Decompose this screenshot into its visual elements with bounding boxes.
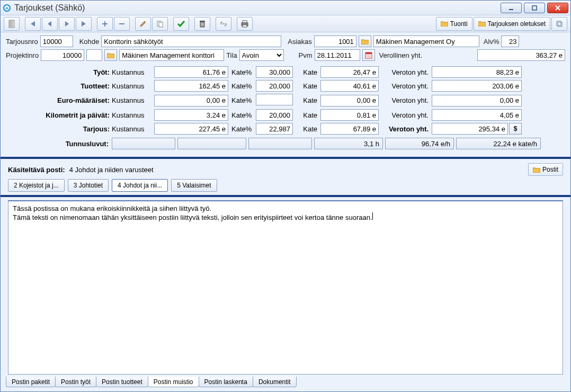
ok-button[interactable] <box>173 17 189 31</box>
last-record-button[interactable] <box>76 17 92 31</box>
delete-icon[interactable] <box>194 17 210 31</box>
tab-valaisimet[interactable]: 5 Valaisimet <box>171 179 217 192</box>
door-icon[interactable] <box>4 17 20 31</box>
tarjous-kust: 227,45 e <box>154 123 228 135</box>
katep-label: Kate% <box>228 68 256 76</box>
projektinro-label: Projektinro <box>6 51 39 59</box>
svg-rect-6 <box>159 22 163 27</box>
btab-dokumentit[interactable]: Dokumentit <box>253 377 297 387</box>
tyot-kust: 61,76 e <box>154 66 228 78</box>
row-euro-label: Euro-määräiset: <box>57 96 110 104</box>
asiakas-lookup-button[interactable] <box>359 35 371 47</box>
svg-rect-4 <box>10 21 13 27</box>
bottom-tabs: Postin paketit Postin työt Postin tuotte… <box>1 375 570 391</box>
verollinen-field: 363,27 e <box>477 49 565 61</box>
calendar-button[interactable] <box>362 49 375 61</box>
toolbar: Tuonti Tarjouksen oletukset <box>1 15 570 32</box>
pvm-label: Pvm <box>299 51 313 59</box>
svg-rect-15 <box>365 52 372 54</box>
km-veroton: 4,05 e <box>432 109 522 121</box>
next-record-button[interactable] <box>59 17 75 31</box>
asiakas-name-field[interactable]: Mäkinen Management Oy <box>373 35 479 47</box>
minimize-button[interactable] <box>501 3 522 13</box>
km-kust: 3,24 e <box>154 109 228 121</box>
tunnus-1 <box>112 138 175 149</box>
tunnus-2 <box>177 138 246 149</box>
add-button[interactable] <box>97 17 113 31</box>
veroton-label: Veroton yht. <box>379 68 432 76</box>
tuotteet-katep[interactable]: 20,000 <box>256 80 293 92</box>
remove-button[interactable] <box>114 17 130 31</box>
proj-lookup-button[interactable] <box>104 49 117 61</box>
tab-johdot[interactable]: 4 Johdot ja nii... <box>112 179 168 192</box>
euro-veroton: 0,00 e <box>432 95 522 106</box>
svg-rect-12 <box>557 21 561 25</box>
close-button[interactable] <box>547 3 568 13</box>
print-icon[interactable] <box>237 17 253 31</box>
tuotteet-kate: 40,61 e <box>320 80 379 92</box>
postit-button[interactable]: Postit <box>528 163 563 176</box>
defaults-button[interactable]: Tarjouksen oletukset <box>474 17 550 31</box>
import-button[interactable]: Tuonti <box>436 17 472 31</box>
projdesc-field[interactable]: Mäkinen Management konttori <box>119 49 224 61</box>
svg-rect-8 <box>200 21 205 22</box>
btab-muistio[interactable]: Postin muistio <box>148 377 199 387</box>
tab-johtotiet[interactable]: 3 Johtotiet <box>68 179 109 192</box>
tunnus-eh: 96,74 e/h <box>385 138 454 149</box>
currency-button[interactable]: $ <box>509 123 522 135</box>
tunnus-3 <box>248 138 312 149</box>
prev-record-button[interactable] <box>42 17 58 31</box>
proj2-field[interactable] <box>86 49 102 61</box>
memo-textarea[interactable]: Tässä postissa on mukana erikoiskiinnikk… <box>8 200 563 375</box>
copy-icon[interactable] <box>152 17 168 31</box>
divider <box>1 157 570 159</box>
verollinen-label: Verollinen yht. <box>379 51 423 59</box>
post-value: 4 Johdot ja niiden varusteet <box>69 166 154 174</box>
tunnus-hours: 3,1 h <box>314 138 383 149</box>
tyot-katep[interactable]: 30,000 <box>256 66 293 78</box>
tarjousnro-label: Tarjousnro <box>6 38 38 46</box>
svg-rect-11 <box>243 25 247 27</box>
row-tarjous-label: Tarjous: <box>83 125 110 133</box>
projektinro-field[interactable]: 10000 <box>41 49 84 61</box>
maximize-button[interactable] <box>524 3 545 13</box>
btab-paketit[interactable]: Postin paketit <box>6 377 56 387</box>
import-label: Tuonti <box>450 20 468 28</box>
asiakas-no-field[interactable]: 1001 <box>314 35 356 47</box>
euro-kate: 0,00 e <box>320 95 379 106</box>
stack-icon[interactable] <box>551 17 567 31</box>
tila-select[interactable]: Avoin <box>239 49 284 61</box>
tarjousnro-field[interactable]: 10000 <box>40 35 73 47</box>
link-icon[interactable] <box>216 17 231 31</box>
edit-icon[interactable] <box>135 17 151 31</box>
svg-rect-13 <box>558 22 562 26</box>
row-km-label: Kilometrit ja päivät: <box>46 111 110 119</box>
tyot-veroton: 88,23 e <box>432 66 522 78</box>
alv-field[interactable]: 23 <box>501 35 519 47</box>
km-katep[interactable]: 20,000 <box>256 109 293 121</box>
euro-katep[interactable] <box>256 94 293 105</box>
titlebar: Tarjoukset (Sähkö) <box>1 1 570 15</box>
post-header: Käsiteltävä posti: 4 Johdot ja niiden va… <box>1 162 570 179</box>
btab-tuotteet[interactable]: Postin tuotteet <box>96 377 148 387</box>
defaults-label: Tarjouksen oletukset <box>488 20 546 28</box>
svg-rect-1 <box>509 9 513 10</box>
text-cursor <box>372 212 373 220</box>
post-label: Käsiteltävä posti: <box>8 166 65 174</box>
summary-grid: Työt: Kustannus 61,76 e Kate% 30,000 Kat… <box>6 66 565 135</box>
kohde-field[interactable]: Konttorin sähkötyöt <box>101 35 281 47</box>
memo-line-1: Tässä postissa on mukana erikoiskiinnikk… <box>13 204 558 212</box>
first-record-button[interactable] <box>25 17 41 31</box>
tarjous-veroton: 295,34 e <box>432 123 508 135</box>
tuotteet-kust: 162,45 e <box>154 80 228 92</box>
btab-laskenta[interactable]: Postin laskenta <box>199 377 253 387</box>
memo-line-2: Tämä teksti on nimenomaan tähän yksittäi… <box>13 213 372 221</box>
kate-label: Kate <box>293 68 320 76</box>
btab-tyot[interactable]: Postin työt <box>55 377 96 387</box>
tunnusluvut-label: Tunnusluvut: <box>6 140 112 148</box>
form-area: Tarjousnro 10000 Kohde Konttorin sähköty… <box>1 32 570 153</box>
row-tyot-label: Työt: <box>93 68 110 76</box>
kohde-label: Kohde <box>79 38 100 46</box>
tab-kojeistot[interactable]: 2 Kojeistot ja j... <box>8 179 65 192</box>
pvm-field[interactable]: 28.11.2011 <box>315 49 360 61</box>
